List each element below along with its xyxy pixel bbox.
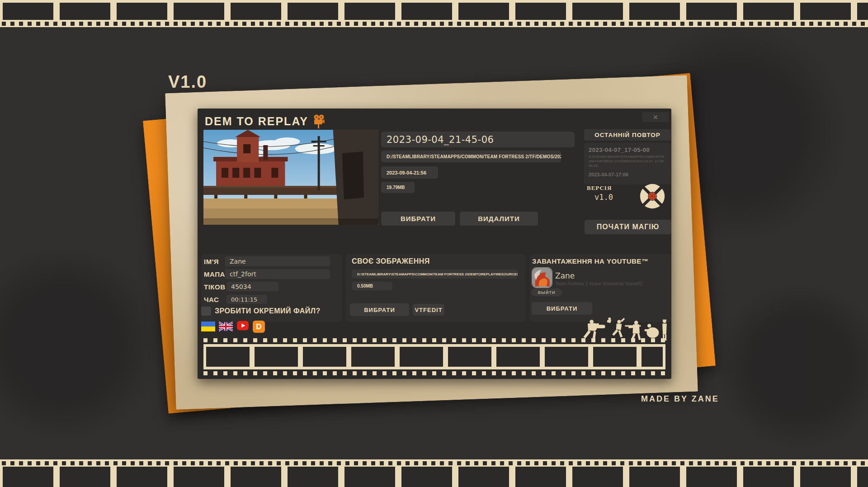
filmstrip-sprockets — [2, 22, 868, 26]
page-background: V1.0 ✕ DEM TO REPLAY — [0, 0, 868, 487]
last-replay-date: 2023-04-07-17:06 — [589, 172, 666, 177]
select-image-button[interactable]: ВИБРАТИ — [350, 303, 409, 316]
filmstrip-frames — [3, 467, 868, 487]
flag-ukraine-icon[interactable] — [201, 321, 215, 332]
custom-image-path: D:\STEAMLIBRARY\STEAMAPPS\COMMON\TEAM FO… — [352, 270, 518, 279]
last-replay-panel: 2023-04-07_17-05-00 D:/STEAMLIBRARY/STEA… — [584, 143, 671, 184]
last-replay-header: ОСТАННІЙ ПОВТОР — [584, 129, 671, 141]
ticks-label: ТІКОВ — [204, 283, 226, 291]
filmstrip-sprockets — [203, 371, 665, 375]
demo-size: 19.79MB — [381, 182, 415, 193]
demo-filename-input[interactable] — [381, 132, 575, 147]
filmstrip-bottom — [0, 459, 868, 487]
map-label: МАПА — [204, 270, 225, 278]
background-watermark — [714, 280, 868, 452]
version-label: ВЕРСІЯ — [587, 184, 612, 192]
close-icon: ✕ — [653, 114, 658, 121]
youtube-icon[interactable] — [236, 320, 250, 331]
demo-path: D:/STEAMLIBRARY/STEAMAPPS/COMMON/TEAM FO… — [381, 151, 561, 162]
last-replay-filename: 2023-04-07_17-05-00 — [589, 147, 666, 153]
separate-file-label: ЗРОБИТИ ОКРЕМИЙ ФАЙЛ? — [215, 307, 321, 315]
last-replay-path: D:/STEAMLIBRARY/STEAMAPPS/COMMON/TEAM FO… — [589, 155, 666, 168]
made-by-credit: MADE BY ZANE — [641, 394, 719, 404]
dem-to-replay-window: ✕ DEM TO REPLAY — [198, 109, 671, 379]
youtube-header: ЗАВАНТАЖЕННЯ НА YOUTUBE™ — [532, 257, 648, 265]
youtube-logout-button[interactable]: ВЫЙТИ — [531, 288, 562, 296]
filmstrip-sprockets — [2, 461, 868, 465]
select-demo-button[interactable]: ВИБРАТИ — [381, 212, 455, 226]
filmstrip-window — [203, 338, 665, 375]
filmstrip-top — [0, 0, 868, 27]
donate-glyph: D — [256, 322, 261, 331]
demo-date: 2023-09-04-21:56 — [381, 166, 438, 179]
filmstrip-sprockets — [203, 338, 665, 342]
flag-uk-icon[interactable] — [219, 321, 233, 332]
youtube-account-subtitle: Team Fortress 2 #zane #moments #zanetf2 — [555, 281, 642, 286]
filmstrip-frames — [203, 344, 665, 369]
map-input[interactable] — [225, 269, 330, 279]
filmstrip-frames — [3, 3, 868, 20]
youtube-account-name: Zane — [555, 271, 575, 280]
start-magic-button[interactable]: ПОЧАТИ МАГІЮ — [585, 220, 671, 234]
separate-file-checkbox[interactable] — [201, 307, 211, 316]
name-input[interactable] — [225, 256, 330, 266]
custom-image-size: 0.50MB — [352, 282, 392, 290]
name-label: ІМ'Я — [204, 258, 219, 265]
movie-camera-icon — [313, 114, 325, 128]
ticks-input[interactable] — [226, 282, 278, 291]
youtube-select-button[interactable]: ВИБРАТИ — [532, 302, 592, 315]
vtfedit-button[interactable]: VTFEDIT — [413, 304, 444, 316]
window-title-row: DEM TO REPLAY — [205, 114, 325, 128]
map-preview-image — [203, 130, 378, 225]
donate-icon[interactable]: D — [253, 321, 265, 333]
time-input[interactable] — [226, 295, 267, 304]
delete-demo-button[interactable]: ВИДАЛИТИ — [460, 212, 538, 226]
version-value: v1.0 — [594, 193, 613, 202]
app-version-badge: V1.0 — [168, 72, 207, 92]
tf2-logo — [639, 183, 666, 210]
close-button[interactable]: ✕ — [642, 112, 669, 122]
time-label: ЧАС — [204, 296, 219, 303]
youtube-avatar — [533, 268, 552, 287]
window-title: DEM TO REPLAY — [205, 115, 308, 128]
background-watermark — [0, 244, 163, 443]
demo-thumbnail — [203, 130, 378, 225]
tf2-characters-silhouette — [581, 316, 670, 341]
custom-image-header: СВОЄ ЗОБРАЖЕННЯ — [352, 257, 430, 265]
